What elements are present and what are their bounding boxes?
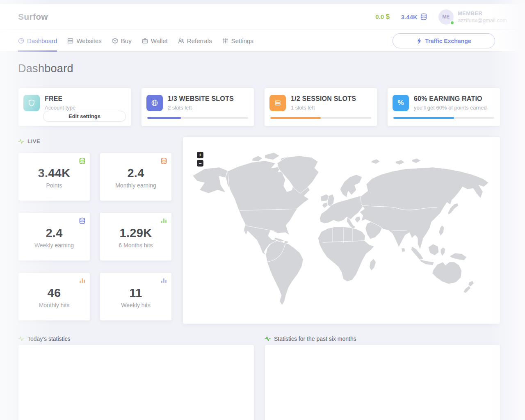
- shield-icon: [23, 95, 40, 111]
- website-slots-card: 1/3 WEBSITE SLOTS 2 slots left: [141, 88, 254, 126]
- card-subtitle: you'll get 60% of points earned: [414, 105, 486, 111]
- edit-settings-button[interactable]: Edit settings: [43, 111, 126, 122]
- database-icon: [420, 13, 427, 21]
- six-months-statistics-panel: [265, 345, 500, 420]
- tab-label: Settings: [231, 37, 253, 44]
- section-title: Statistics for the past six months: [274, 336, 356, 342]
- pie-chart-icon: [18, 38, 24, 44]
- brand-logo: Surfow: [18, 12, 48, 22]
- package-icon: [112, 38, 118, 44]
- dollar-icon: $: [386, 13, 389, 21]
- user-menu[interactable]: ME MEMBER azzifunx@gmail.com: [438, 9, 507, 25]
- six-months-hits-tile: 1.29K 6 Months hits: [100, 212, 172, 261]
- tab-label: Wallet: [151, 37, 168, 44]
- pulse-icon: [18, 336, 24, 342]
- tile-label: Monthly earning: [100, 182, 171, 189]
- online-status-dot: [450, 21, 454, 25]
- card-title: 60% EARNING RATIO: [414, 95, 486, 103]
- sliders-icon: [222, 38, 228, 44]
- world-map[interactable]: [183, 137, 500, 324]
- bar-chart-icon: [161, 277, 167, 283]
- member-info: MEMBER azzifunx@gmail.com: [458, 10, 507, 23]
- card-title: 1/3 WEBSITE SLOTS: [168, 95, 234, 103]
- visitors-world-map[interactable]: + −: [183, 137, 500, 324]
- tab-label: Referrals: [187, 37, 212, 44]
- briefcase-icon: [142, 38, 148, 44]
- card-subtitle: Account type: [45, 105, 75, 111]
- earning-ratio-progress: [393, 117, 494, 119]
- balance-amount: 0.0: [375, 13, 384, 20]
- live-label: LIVE: [27, 138, 40, 144]
- avatar-initials: ME: [442, 14, 450, 20]
- server-icon: [67, 38, 73, 44]
- zoom-in-button[interactable]: +: [197, 152, 203, 158]
- tile-label: Weekly hits: [100, 302, 171, 308]
- session-slots-card: 1/2 SESSION SLOTS 1 slots left: [264, 88, 377, 126]
- account-type-card: FREE Account type Edit settings: [18, 88, 131, 126]
- tab-label: Websites: [76, 37, 101, 44]
- tab-label: Dashboard: [27, 37, 57, 44]
- tab-settings[interactable]: Settings: [222, 30, 253, 51]
- earning-ratio-card: % 60% EARNING RATIO you'll get 60% of po…: [387, 88, 500, 126]
- weekly-earning-tile: 2.4 Weekly earning: [18, 212, 90, 261]
- card-title: FREE: [45, 95, 75, 103]
- card-title: 1/2 SESSION SLOTS: [291, 95, 356, 103]
- progress-fill: [270, 117, 321, 119]
- todays-statistics-panel: [18, 345, 254, 420]
- percent-icon: %: [393, 95, 409, 111]
- globe-icon: [146, 95, 163, 111]
- main-nav: Dashboard Websites Buy Wallet: [0, 30, 525, 52]
- section-title: Today's statistics: [27, 336, 71, 342]
- member-role: MEMBER: [458, 10, 507, 16]
- sessions-icon: [269, 95, 286, 111]
- pulse-icon: [265, 336, 271, 342]
- tab-buy[interactable]: Buy: [112, 30, 132, 51]
- live-tiles-grid: 3.44K Points 2.4 Monthly earning 2.4 Wee…: [18, 153, 172, 321]
- users-icon: [178, 38, 184, 44]
- page-title: Dashboard: [18, 62, 73, 75]
- top-bar: Surfow 0.0 $ 3.44K ME MEMBER azzifu: [0, 4, 525, 30]
- avatar[interactable]: ME: [438, 9, 454, 25]
- tile-value: 11: [100, 286, 171, 300]
- tile-label: Points: [18, 182, 90, 189]
- summary-cards-row: FREE Account type Edit settings 1/3 WEBS…: [18, 88, 500, 126]
- tile-value: 1.29K: [100, 226, 171, 240]
- todays-statistics-heading: Today's statistics: [18, 336, 71, 342]
- tile-value: 46: [18, 286, 90, 300]
- tile-value: 2.4: [100, 167, 171, 180]
- database-icon: [79, 217, 85, 224]
- tile-label: Monthly hits: [18, 302, 90, 308]
- session-slots-progress: [270, 117, 371, 119]
- tab-wallet[interactable]: Wallet: [142, 30, 168, 51]
- balance-display: 0.0 $: [375, 13, 390, 21]
- tab-label: Buy: [121, 37, 132, 44]
- live-section-heading: LIVE: [18, 138, 40, 144]
- bolt-icon: [416, 38, 422, 44]
- points-display: 3.44K: [401, 13, 427, 21]
- database-icon: [79, 158, 85, 164]
- bar-chart-icon: [161, 217, 167, 224]
- database-icon: [161, 158, 167, 164]
- tab-websites[interactable]: Websites: [67, 30, 101, 51]
- tile-value: 2.4: [18, 226, 90, 240]
- traffic-exchange-button[interactable]: Traffic Exchange: [393, 33, 495, 48]
- tab-dashboard[interactable]: Dashboard: [18, 30, 57, 51]
- progress-fill: [393, 117, 454, 119]
- card-subtitle: 2 slots left: [168, 105, 234, 111]
- monthly-hits-tile: 46 Monthly hits: [18, 272, 90, 321]
- tab-referrals[interactable]: Referrals: [178, 30, 212, 51]
- weekly-hits-tile: 11 Weekly hits: [100, 272, 172, 321]
- tile-value: 3.44K: [18, 167, 90, 180]
- progress-fill: [147, 117, 181, 119]
- points-tile: 3.44K Points: [18, 153, 90, 201]
- zoom-out-button[interactable]: −: [197, 160, 203, 167]
- card-subtitle: 1 slots left: [291, 105, 356, 111]
- points-value: 3.44K: [401, 14, 418, 21]
- member-email: azzifunx@gmail.com: [458, 17, 507, 23]
- bar-chart-icon: [79, 277, 85, 283]
- pulse-icon: [18, 139, 24, 144]
- six-months-statistics-heading: Statistics for the past six months: [265, 336, 356, 342]
- tile-label: Weekly earning: [18, 242, 90, 249]
- tile-label: 6 Months hits: [100, 242, 171, 249]
- monthly-earning-tile: 2.4 Monthly earning: [100, 153, 172, 201]
